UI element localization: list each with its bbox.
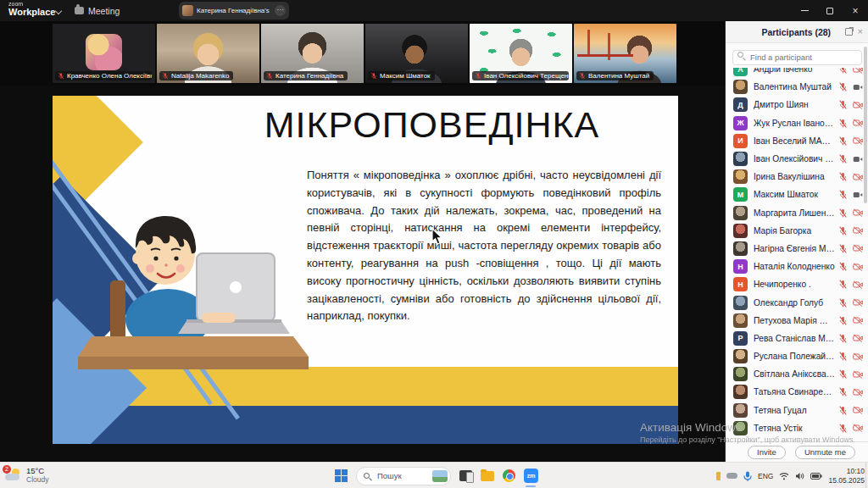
mic-muted-icon [838,262,848,271]
language-indicator[interactable]: ENG [758,472,773,480]
meeting-icon [75,7,84,14]
participant-row[interactable]: И Іван Веселий МАР 2401м [726,132,868,150]
mic-muted-icon [579,72,586,80]
cloud-icon[interactable] [726,473,737,479]
participant-row[interactable]: Нагірна Євгенія МАР [726,240,868,258]
participant-row[interactable]: Тетяна Гуцал [726,402,868,419]
participant-tile-name: Natalija Makarenko [171,72,229,80]
camera-on-icon [853,83,863,92]
participant-name: Марія Багорка [754,226,835,236]
file-explorer-icon[interactable] [481,471,494,481]
popout-icon[interactable] [845,28,853,36]
participant-row[interactable]: Маргарита Лишенко (СНАУ) [726,204,868,222]
taskbar-search[interactable]: Пошук [356,467,451,485]
participant-avatar: Ж [733,116,748,130]
participant-row[interactable]: Тетяна Устік [726,419,868,437]
mic-muted-icon [838,424,848,433]
participant-avatar [733,241,748,256]
participant-row[interactable]: Р Рева Станіслав МАР 2201 [726,330,868,347]
tile-name-label: Валентина Муштай [576,71,654,80]
clock-time: 10:10 [828,467,865,476]
participant-row[interactable]: М Максим Шматок [726,186,868,203]
participant-avatar [733,152,748,166]
close-button[interactable]: × [843,0,868,21]
participant-row[interactable]: Ж Жук Руслан Іванович [726,114,868,132]
mic-muted-icon [370,72,377,80]
video-tile[interactable]: Natalija Makarenko [157,24,259,83]
weather-cloud-icon: 2 [5,468,22,483]
unmute-me-button[interactable]: Unmute me [795,446,855,459]
chrome-icon[interactable] [503,469,515,482]
participant-tile-name: Іван Олексійович Терещенко [484,72,569,80]
participant-avatar [733,367,748,381]
camera-off-icon [853,136,863,145]
tab-meeting[interactable]: Meeting [75,0,120,21]
scrollbar[interactable] [864,47,867,203]
window-titlebar: zoom Workplace Meeting Катерина Геннадії… [0,0,868,21]
close-panel-icon[interactable]: × [858,27,863,36]
participant-row[interactable]: Н Наталія Колодненко [726,258,868,275]
video-tile[interactable]: Іван Олексійович Терещенко [470,24,572,83]
participant-name: Петухова Марія МАР2201 [754,316,835,325]
participant-row[interactable]: Руслана Полежай МАР 2201 [726,347,868,365]
participant-row[interactable]: Петухова Марія МАР2201 [726,312,868,330]
participants-header: Participants (28) × [726,21,868,43]
mic-muted-icon [838,352,848,361]
video-tile[interactable]: Кравченко Олена Олексіївна [53,24,155,83]
taskbar-weather-widget[interactable]: 2 15°C Cloudy [5,466,48,484]
participant-name: Світлана Аніксєва МАР 2401м [754,369,835,379]
mic-muted-icon [838,100,848,109]
battery-icon[interactable] [810,473,822,480]
participant-row[interactable]: Ірина Вакулішина [726,168,868,186]
maximize-button[interactable] [817,0,843,21]
video-tile[interactable]: Валентина Муштай [574,24,676,83]
participant-row[interactable]: Олександр Голуб [726,293,868,311]
participant-row[interactable]: Татьяна Свинаренко МАР2201 [726,383,868,401]
windows-taskbar: 2 15°C Cloudy Пошук zm ENG [0,462,868,488]
zoom-app-icon[interactable]: zm [524,469,538,483]
speaker-icon[interactable] [795,472,804,480]
participant-row[interactable]: Д Дмитро Шиян [726,96,868,114]
video-strip: Кравченко Олена Олексіївна Natalija Maka… [0,21,725,86]
video-tile[interactable]: Катерина Геннадіївна [261,24,364,83]
participant-row[interactable]: Іван Олексійович Терещенко [726,150,868,168]
invite-button[interactable]: Invite [748,446,786,459]
boy-at-laptop-illustration [68,153,322,374]
participant-row[interactable]: А Андрій Івченко [726,68,868,78]
brand-workplace: Workplace [8,8,55,17]
chevron-down-icon[interactable] [55,8,62,14]
tray-overflow-icon[interactable] [716,472,721,480]
slide-title: МІКРОПОВЕДІНКА [192,104,671,146]
search-input[interactable] [732,50,862,65]
participant-row[interactable]: Н Нечипоренко . [726,275,868,293]
taskbar-clock[interactable]: 10:10 15.05.2025 [828,467,865,485]
wifi-icon[interactable] [779,472,789,480]
video-tile[interactable]: Максим Шматок [365,24,468,83]
participant-avatar [733,206,748,220]
mic-muted-icon [838,298,848,308]
task-view-icon[interactable] [459,470,472,481]
slide-blue-band [53,406,678,444]
participant-row[interactable]: Світлана Аніксєва МАР 2401м [726,365,868,383]
tile-name-label: Natalija Makarenko [159,71,233,80]
participant-name: Жук Руслан Іванович [754,119,835,128]
participant-row[interactable]: Марія Багорка [726,222,868,240]
start-button[interactable] [335,469,348,482]
more-options-icon[interactable]: ⋯ [275,5,286,16]
tab-shared-screen[interactable]: Катерина Геннадіївна's screen ⋯ [179,2,289,19]
camera-off-icon [853,298,863,307]
microphone-icon[interactable] [743,471,752,481]
participant-name: Валентина Муштай [754,82,835,92]
camera-off-icon [853,208,863,217]
camera-off-icon [853,101,863,109]
camera-off-icon [853,226,863,235]
participant-avatar [733,80,748,94]
participant-row[interactable]: Валентина Муштай [726,78,868,96]
brand-zoom: zoom [8,1,55,7]
taskbar-search-placeholder: Пошук [377,471,402,480]
minimize-button[interactable] [792,0,817,21]
participant-name: Іван Веселий МАР 2401м [754,136,835,146]
participant-name: Тетяна Устік [754,424,835,433]
participant-tile-name: Максим Шматок [380,72,431,80]
camera-off-icon [853,263,863,271]
